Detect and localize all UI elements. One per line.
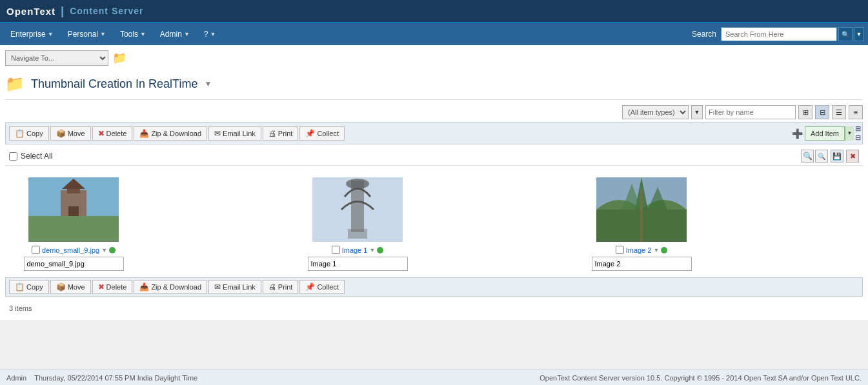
view-list-icon[interactable]: ☰ [832, 105, 846, 119]
close-view-button[interactable]: ✖ [846, 150, 859, 163]
navigate-bar: Navigate To... 📁 [5, 50, 863, 66]
item-type-filter-arrow[interactable]: ▼ [691, 105, 703, 119]
search-input[interactable] [721, 27, 837, 41]
navigation-bar: Enterprise ▼ Personal ▼ Tools ▼ Admin ▼ … [0, 23, 868, 45]
item-status-dot-3 [661, 247, 667, 253]
item-checkbox-3[interactable] [616, 246, 624, 254]
zip-download-button-bottom[interactable]: 📥 Zip & Download [134, 280, 207, 294]
add-item-button[interactable]: Add Item [805, 126, 845, 141]
delete-icon-bottom: ✖ [98, 282, 105, 291]
item-checkbox-1[interactable] [32, 246, 40, 254]
filter-name-input[interactable] [705, 105, 796, 119]
delete-icon-top: ✖ [98, 129, 105, 138]
nav-help[interactable]: ? ▼ [197, 27, 223, 41]
item-type-filter[interactable]: (All item types) [622, 105, 689, 119]
save-view-button[interactable]: 💾 [831, 150, 843, 163]
add-item-dropdown-arrow[interactable]: ▼ [845, 126, 854, 141]
view-grid-icon[interactable]: ⊟ [815, 105, 829, 119]
copy-button-top[interactable]: 📋 Copy [9, 126, 49, 141]
svg-rect-9 [348, 229, 367, 239]
zoom-out-button[interactable]: 🔍 [815, 150, 828, 163]
product-name: Content Server [70, 6, 143, 16]
nav-admin[interactable]: Admin ▼ [154, 27, 196, 41]
item-dropdown-1[interactable]: ▼ [101, 247, 107, 253]
thumbnail-image-container [28, 177, 119, 242]
move-icon-bottom: 📦 [56, 282, 66, 291]
svg-rect-5 [68, 206, 79, 216]
nav-enterprise-arrow: ▼ [48, 31, 54, 37]
page-folder-icon: 📁 [5, 75, 25, 93]
view-thumbnail-icon[interactable]: ⊞ [798, 105, 812, 119]
toolbar-config-icon2[interactable]: ⊟ [855, 133, 859, 142]
item-name-input-3[interactable] [592, 257, 692, 271]
delete-button-bottom[interactable]: ✖ Delete [92, 280, 133, 294]
copy-button-bottom[interactable]: 📋 Copy [9, 280, 49, 294]
svg-rect-1 [28, 216, 119, 242]
zip-download-button-top[interactable]: 📥 Zip & Download [134, 126, 207, 141]
print-button-bottom[interactable]: 🖨 Print [263, 280, 299, 294]
top-action-toolbar: 📋 Copy 📦 Move ✖ Delete 📥 Zip & Download … [5, 122, 863, 144]
brand-name: OpenText [6, 6, 56, 17]
thumbnail-name-row: Image 2 ▼ [616, 246, 668, 254]
zip-icon-top: 📥 [139, 129, 149, 138]
item-name-input-1[interactable] [24, 257, 124, 271]
print-icon-top: 🖨 [268, 129, 276, 138]
thumbnail-image [28, 177, 119, 242]
email-link-button-top[interactable]: ✉ Email Link [208, 126, 261, 141]
item-dropdown-2[interactable]: ▼ [369, 247, 375, 253]
header-bar: OpenText | Content Server [0, 0, 868, 23]
page-title-bar: 📁 Thumbnail Creation In RealTime ▼ [5, 71, 863, 100]
main-content: Navigate To... 📁 📁 Thumbnail Creation In… [0, 45, 868, 320]
item-dropdown-3[interactable]: ▼ [653, 247, 659, 253]
filter-bar: (All item types) ▼ ⊞ ⊟ ☰ ≡ [5, 105, 863, 119]
nav-tools[interactable]: Tools ▼ [114, 27, 152, 41]
nav-enterprise[interactable]: Enterprise ▼ [4, 27, 60, 41]
search-label: Search [692, 30, 716, 39]
print-icon-bottom: 🖨 [268, 282, 276, 291]
thumbnail-name-row: demo_small_9.jpg ▼ [32, 246, 116, 254]
nav-personal-arrow: ▼ [100, 31, 106, 37]
select-all-left: Select All [9, 152, 52, 161]
item-link-1[interactable]: demo_small_9.jpg [42, 246, 99, 254]
thumbnail-grid: demo_small_9.jpg ▼ Image 1 [5, 171, 863, 277]
thumbnail-image [312, 177, 403, 242]
nav-personal[interactable]: Personal ▼ [61, 27, 112, 41]
select-all-label: Select All [21, 152, 52, 161]
move-button-bottom[interactable]: 📦 Move [50, 280, 91, 294]
email-icon-bottom: ✉ [214, 282, 221, 291]
search-options-chevron[interactable]: ▼ [854, 27, 864, 41]
item-link-2[interactable]: Image 1 [342, 246, 368, 254]
collect-button-bottom[interactable]: 📌 Collect [299, 280, 345, 294]
view-detail-icon[interactable]: ≡ [849, 105, 863, 119]
zoom-in-button[interactable]: 🔍 [801, 150, 814, 163]
email-icon-top: ✉ [214, 129, 221, 138]
thumbnail-name-row: Image 1 ▼ [332, 246, 384, 254]
select-all-bar: Select All 🔍 🔍 💾 ✖ [5, 147, 863, 166]
copy-icon-bottom: 📋 [15, 282, 25, 291]
toolbar-right-icons: ⊞ ⊟ [855, 124, 859, 142]
collect-button-top[interactable]: 📌 Collect [299, 126, 345, 141]
thumbnail-item: Image 2 ▼ [577, 177, 706, 271]
item-status-dot-1 [109, 247, 116, 253]
thumbnail-item: Image 1 ▼ [293, 177, 422, 271]
item-checkbox-2[interactable] [332, 246, 340, 254]
email-link-button-bottom[interactable]: ✉ Email Link [208, 280, 261, 294]
item-count: 3 items [5, 299, 863, 315]
select-all-checkbox[interactable] [9, 152, 17, 161]
copy-icon-top: 📋 [15, 129, 25, 138]
item-status-dot-2 [377, 247, 383, 253]
item-link-3[interactable]: Image 2 [626, 246, 652, 254]
move-button-top[interactable]: 📦 Move [50, 126, 91, 141]
delete-button-top[interactable]: ✖ Delete [92, 126, 133, 141]
page-title-dropdown[interactable]: ▼ [204, 79, 212, 88]
toolbar-config-icon1[interactable]: ⊞ [855, 124, 859, 133]
thumbnail-image [596, 177, 687, 242]
print-button-top[interactable]: 🖨 Print [263, 126, 299, 141]
search-submit-icon[interactable]: 🔍 [838, 27, 853, 41]
navigate-select[interactable]: Navigate To... [5, 50, 108, 66]
thumbnail-image-container [312, 177, 403, 242]
collect-icon-top: 📌 [305, 129, 315, 138]
item-name-input-2[interactable] [308, 257, 408, 271]
navigate-folder-icon[interactable]: 📁 [112, 51, 126, 65]
zoom-controls: 🔍 🔍 [801, 150, 828, 163]
